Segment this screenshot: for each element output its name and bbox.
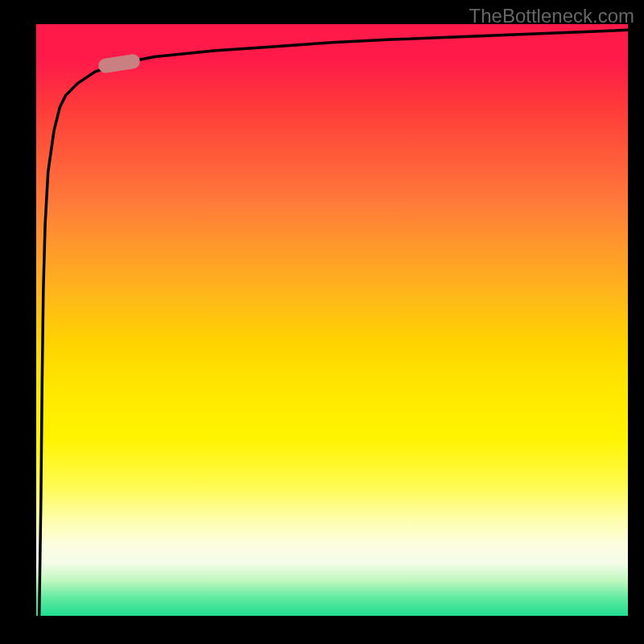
frame-left — [0, 0, 36, 644]
frame-right — [628, 0, 644, 644]
frame-bottom — [0, 616, 644, 644]
attribution-text: TheBottleneck.com — [469, 5, 634, 27]
chart-curve — [36, 24, 628, 616]
